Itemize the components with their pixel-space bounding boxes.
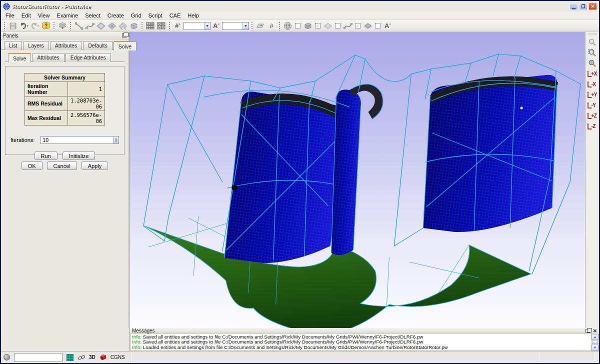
iterations-input[interactable] (41, 137, 113, 143)
tab-list[interactable]: List (4, 41, 22, 50)
row-label: RMS Residual (24, 96, 68, 111)
iterations-spinner[interactable]: ▲▼ (40, 136, 119, 144)
toolbar-drag-handle[interactable] (251, 22, 253, 30)
trim-surface-icon[interactable] (118, 21, 128, 31)
subtab-edge-attributes[interactable]: Edge Attributes (66, 53, 111, 62)
rotation-center-dot (232, 185, 237, 190)
menu-script[interactable]: Script (145, 12, 166, 19)
view-minus-x-button[interactable]: -X (586, 79, 599, 90)
view-plus-y-button[interactable]: +Y (586, 90, 599, 100)
scroll-up-icon[interactable]: ▲ (592, 334, 598, 340)
partial-derivative-icon[interactable]: ∂ (266, 21, 276, 31)
initialize-button[interactable]: Initialize (62, 152, 96, 160)
row-label: Max Residual (24, 111, 68, 126)
filled-domain-toggle-checkbox[interactable] (375, 23, 380, 28)
menu-help[interactable]: Help (184, 12, 202, 19)
flat-domain-toggle-icon[interactable] (322, 21, 333, 31)
structured-grid-icon[interactable] (145, 21, 156, 31)
menu-cae[interactable]: CAE (166, 12, 184, 19)
redo-icon[interactable]: ▾ (30, 21, 40, 31)
chevron-down-icon[interactable]: ▼ (242, 22, 248, 30)
cae-cube-icon[interactable] (100, 354, 107, 361)
scroll-thumb[interactable] (592, 340, 598, 344)
ok-button[interactable]: OK (22, 162, 42, 170)
cancel-button[interactable]: Cancel (47, 162, 77, 170)
toolbar-drag-handle[interactable] (168, 22, 170, 30)
create-curve-icon[interactable] (84, 21, 95, 31)
menu-edit[interactable]: Edit (18, 12, 34, 19)
view-plus-x-button[interactable]: +X (586, 68, 599, 79)
restore-button[interactable]: ❐ (579, 2, 588, 10)
zoom-fit-icon[interactable] (587, 48, 598, 58)
main-toolbar: ▾ ▾ ? (1, 20, 599, 32)
connector-toggle-checkbox[interactable]: ✓ (355, 23, 360, 28)
menu-examine[interactable]: Examine (53, 12, 82, 19)
tab-solve[interactable]: Solve (114, 41, 136, 50)
spacing-combo[interactable]: ▼ (222, 22, 249, 30)
toolbar-drag-handle[interactable] (70, 22, 72, 30)
flat-domain-toggle-checkbox[interactable] (335, 23, 340, 28)
run-button[interactable]: Run (34, 152, 58, 160)
tab-attributes[interactable]: Attributes (50, 41, 82, 50)
view-plus-z-button[interactable]: +Z (586, 110, 599, 121)
help-icon[interactable]: ? (40, 21, 51, 31)
mask-toggle-checkbox[interactable] (295, 23, 300, 28)
menu-grid[interactable]: Grid (128, 12, 145, 19)
toolbar-drag-handle[interactable] (53, 22, 55, 30)
table-row: Iteration Number 1 (24, 82, 104, 96)
menu-create[interactable]: Create (104, 12, 128, 19)
tab-defaults[interactable]: Defaults (83, 41, 112, 50)
connector-toggle-icon[interactable] (342, 21, 353, 31)
filled-domain-toggle-icon[interactable] (362, 21, 373, 31)
toolbar-drag-handle[interactable] (141, 22, 143, 30)
scrollbar[interactable]: ▲ ▼ (591, 334, 598, 350)
save-icon[interactable] (8, 21, 18, 31)
spacing-icon[interactable]: A● (211, 21, 222, 31)
zoom-reset-icon[interactable] (587, 58, 598, 68)
zoom-window-icon[interactable] (587, 37, 598, 48)
assemble-stack-icon[interactable] (57, 21, 68, 31)
unstructured-grid-icon[interactable] (156, 21, 166, 31)
menu-view[interactable]: View (34, 12, 54, 19)
minimize-button[interactable]: ▁ (570, 2, 578, 10)
apply-button[interactable]: Apply (82, 162, 108, 170)
dimension-combo[interactable]: ▼ (184, 22, 210, 30)
viewport-3d[interactable] (129, 32, 585, 328)
shaded-block-toggle-icon[interactable] (302, 21, 313, 31)
menu-select[interactable]: Select (82, 12, 104, 19)
create-block-icon[interactable] (128, 21, 139, 31)
link-icon[interactable] (78, 354, 86, 360)
cae-format-label: CGNS (110, 354, 125, 360)
toolbar-drag-handle[interactable] (588, 33, 597, 35)
float-panel-icon[interactable] (122, 34, 126, 38)
mask-toggle-icon[interactable] (282, 21, 293, 31)
toolbar-drag-handle[interactable] (4, 22, 6, 30)
view-minus-y-button[interactable]: -Y (586, 100, 599, 110)
label-toggle-icon[interactable]: A● (382, 21, 393, 31)
float-panel-icon[interactable] (586, 329, 590, 333)
spinner-arrows-icon[interactable]: ▲▼ (113, 136, 118, 144)
menu-file[interactable]: File (2, 12, 18, 19)
subtab-solve[interactable]: Solve (8, 53, 31, 62)
undo-icon[interactable]: ▾ (18, 21, 29, 31)
panels-title: Panels (3, 33, 18, 38)
export-plane-icon[interactable] (255, 21, 266, 31)
create-connector-icon[interactable] (74, 21, 84, 31)
shaded-block-toggle-checkbox[interactable]: ✓ (315, 23, 320, 28)
chevron-down-icon[interactable]: ▼ (204, 22, 210, 30)
mode-3d-label[interactable]: 3D (89, 354, 96, 360)
create-domain-icon[interactable] (96, 21, 106, 31)
view-minus-z-button[interactable]: -Z (586, 121, 599, 132)
view-toolbar: +X -X +Y -Y +Z -Z (585, 32, 599, 328)
scroll-down-icon[interactable]: ▼ (592, 344, 598, 350)
tab-layers[interactable]: Layers (23, 41, 49, 50)
grid-mode-icon[interactable] (66, 354, 74, 361)
command-input[interactable] (14, 353, 62, 362)
close-button[interactable]: ✕ (588, 2, 597, 10)
dimension-icon[interactable]: #● (172, 21, 183, 31)
create-meshed-domain-icon[interactable] (106, 21, 117, 31)
solve-groupbox: Solver Summary Iteration Number 1 RMS Re… (5, 66, 124, 155)
close-icon[interactable]: ✕ (593, 328, 597, 334)
subtab-attributes[interactable]: Attributes (32, 53, 64, 62)
toolbar-drag-handle[interactable] (278, 22, 280, 30)
